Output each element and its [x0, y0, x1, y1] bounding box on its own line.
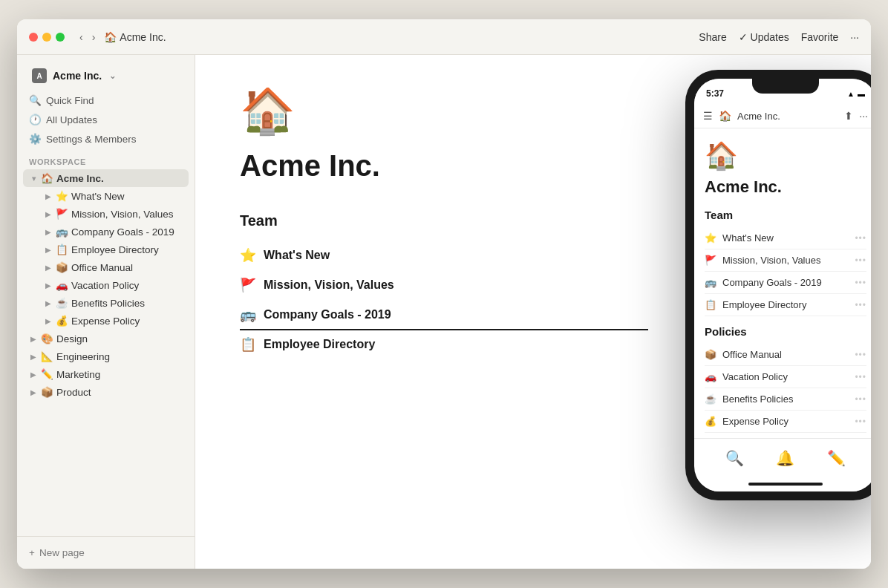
sidebar-item-employee-directory[interactable]: ▶ 📋 Employee Directory	[38, 241, 189, 258]
item-label: Marketing	[56, 369, 100, 380]
item-icon: 🚗	[56, 279, 68, 291]
compose-bottom-icon[interactable]: ✏️	[827, 449, 846, 467]
link-label: What's New	[264, 249, 330, 262]
content-link-mission[interactable]: 🚩 Mission, Vision, Values	[240, 271, 648, 301]
close-button[interactable]	[29, 33, 38, 42]
phone-list-item-office[interactable]: 📦 Office Manual •••	[705, 344, 866, 366]
bell-bottom-icon[interactable]: 🔔	[776, 449, 794, 467]
phone-status-bar: 5:37 ▲ ▬	[694, 79, 871, 104]
item-icon: ✏️	[41, 368, 53, 380]
share-button[interactable]: Share	[699, 31, 726, 43]
link-icon: 🚩	[240, 277, 256, 293]
more-icon[interactable]: ···	[859, 110, 868, 122]
phone-list-item-vacation[interactable]: 🚗 Vacation Policy •••	[705, 366, 866, 388]
settings-label: Settings & Members	[46, 134, 137, 145]
search-bottom-icon[interactable]: 🔍	[725, 449, 744, 467]
content-link-whats-new[interactable]: ⭐ What's New	[240, 241, 648, 271]
maximize-button[interactable]	[56, 33, 65, 42]
menu-icon[interactable]: ☰	[703, 110, 713, 122]
content-link-employee-directory[interactable]: 📋 Employee Directory	[240, 330, 648, 360]
sidebar-item-mission[interactable]: ▶ 🚩 Mission, Vision, Values	[38, 205, 189, 223]
sidebar-item-expense-policy[interactable]: ▶ 💰 Expense Policy	[38, 312, 189, 330]
item-label: Company Goals - 2019	[722, 277, 822, 288]
content-link-company-goals[interactable]: 🚌 Company Goals - 2019	[240, 301, 648, 330]
search-icon: 🔍	[29, 94, 42, 106]
phone-list-item-left: 🚩 Mission, Vision, Values	[705, 255, 820, 266]
phone-toolbar: ☰ 🏠 Acme Inc. ⬆ ···	[694, 104, 871, 128]
tree-arrow-icon: ▶	[44, 317, 53, 325]
item-icon: 📐	[41, 350, 53, 362]
sidebar-item-benefits[interactable]: ▶ ☕ Benefits Policies	[38, 294, 189, 312]
sidebar-item-design[interactable]: ▶ 🎨 Design	[23, 330, 189, 347]
sidebar-tree: ▾ 🏠 Acme Inc. ▶ ⭐ What's New ▶ 🚩 Mission…	[17, 169, 195, 401]
phone-list-item-company-goals[interactable]: 🚌 Company Goals - 2019 •••	[705, 272, 866, 294]
phone-list-item-left: 💰 Expense Policy	[705, 416, 789, 427]
sidebar-settings[interactable]: ⚙️ Settings & Members	[23, 129, 189, 148]
item-label: Mission, Vision, Values	[722, 255, 820, 266]
link-icon: 🚌	[240, 307, 256, 323]
phone-bottom-bar: 🔍 🔔 ✏️	[694, 438, 871, 477]
clock-icon: 🕐	[29, 114, 42, 125]
item-icon: 🚩	[56, 208, 68, 220]
link-label: Employee Directory	[264, 338, 375, 351]
phone-home-indicator	[694, 477, 871, 491]
sidebar-all-updates[interactable]: 🕐 All Updates	[23, 110, 189, 129]
tree-arrow-icon: ▶	[29, 370, 38, 379]
all-updates-label: All Updates	[46, 114, 97, 125]
sidebar-quick-find[interactable]: 🔍 Quick Find	[23, 91, 189, 110]
app-window: ‹ › 🏠 Acme Inc. Share ✓ Updates Favorite…	[17, 19, 871, 569]
phone-screen: 5:37 ▲ ▬ ☰ 🏠 Acme Inc.	[694, 79, 871, 491]
sidebar-item-acme-inc[interactable]: ▾ 🏠 Acme Inc.	[23, 169, 189, 187]
forward-button[interactable]: ›	[89, 30, 99, 45]
phone-list-item-whats-new[interactable]: ⭐ What's New •••	[705, 227, 866, 249]
more-button[interactable]: ···	[850, 31, 859, 43]
minimize-button[interactable]	[42, 33, 51, 42]
content-area: 🏠 Acme Inc. Team ⭐ What's New 🚩 Mission,…	[195, 55, 871, 569]
item-label: Office Manual	[71, 262, 133, 273]
new-page-button[interactable]: + New page	[29, 543, 183, 563]
item-label: What's New	[722, 232, 774, 244]
phone-list-item-mission[interactable]: 🚩 Mission, Vision, Values •••	[705, 249, 866, 272]
tree-arrow-icon: ▶	[44, 228, 53, 236]
phone-list-item-employee-dir[interactable]: 📋 Employee Directory •••	[705, 294, 866, 316]
root-label: Acme Inc.	[56, 173, 104, 184]
item-label: Office Manual	[722, 349, 782, 360]
phone-home-bar	[748, 483, 823, 486]
sidebar-item-office-manual[interactable]: ▶ 📦 Office Manual	[38, 258, 189, 276]
item-label: Design	[56, 333, 88, 344]
workspace-chevron-icon: ⌄	[109, 71, 116, 81]
team-column: Team ⭐ What's New 🚩 Mission, Vision, Val…	[240, 212, 648, 360]
sidebar: A Acme Inc. ⌄ 🔍 Quick Find 🕐 All Updates…	[17, 55, 195, 569]
phone-list-item-benefits[interactable]: ☕ Benefits Policies •••	[705, 388, 866, 411]
sidebar-item-whats-new[interactable]: ▶ ⭐ What's New	[38, 187, 189, 205]
sidebar-item-marketing[interactable]: ▶ ✏️ Marketing	[23, 365, 189, 383]
workspace-icon: A	[32, 68, 47, 83]
phone-list-item-left: 🚌 Company Goals - 2019	[705, 277, 822, 288]
item-label: Company Goals - 2019	[71, 226, 174, 238]
phone-list-item-expense[interactable]: 💰 Expense Policy •••	[705, 411, 866, 433]
phone-workspace-icon: 🏠	[719, 110, 731, 122]
workspace-section-label: WORKSPACE	[17, 148, 195, 169]
item-icon: ☕	[705, 393, 716, 405]
battery-icon: ▬	[858, 90, 865, 98]
share-icon[interactable]: ⬆	[844, 110, 853, 122]
item-icon: ⭐	[56, 190, 68, 202]
phone-team-section: Team	[705, 209, 866, 221]
sidebar-item-engineering[interactable]: ▶ 📐 Engineering	[23, 347, 189, 365]
item-icon: 📦	[41, 386, 53, 398]
tree-arrow-icon: ▶	[44, 192, 53, 200]
root-icon: 🏠	[41, 172, 53, 184]
favorite-button[interactable]: Favorite	[801, 31, 839, 43]
sidebar-nav-items: 🔍 Quick Find 🕐 All Updates ⚙️ Settings &…	[17, 91, 195, 148]
back-button[interactable]: ‹	[76, 30, 86, 45]
phone-outer: 5:37 ▲ ▬ ☰ 🏠 Acme Inc.	[685, 70, 871, 500]
sidebar-item-product[interactable]: ▶ 📦 Product	[23, 383, 189, 401]
dots-icon: •••	[855, 416, 866, 427]
item-label: Benefits Policies	[71, 298, 145, 309]
sidebar-item-company-goals[interactable]: ▶ 🚌 Company Goals - 2019	[38, 223, 189, 241]
updates-button[interactable]: ✓ Updates	[739, 31, 789, 43]
phone-notch	[752, 79, 819, 94]
item-label: Employee Directory	[71, 244, 159, 255]
sidebar-item-vacation-policy[interactable]: ▶ 🚗 Vacation Policy	[38, 276, 189, 294]
workspace-name[interactable]: A Acme Inc. ⌄	[26, 64, 186, 88]
